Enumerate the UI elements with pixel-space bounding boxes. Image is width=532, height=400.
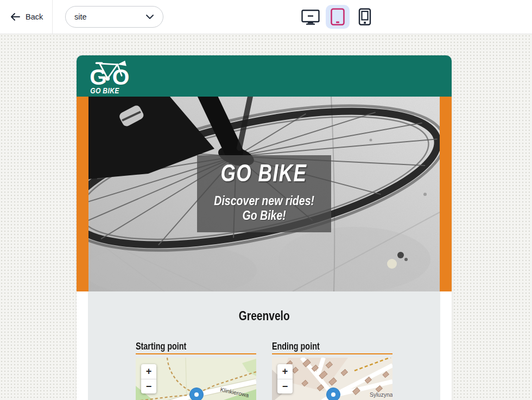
tablet-icon bbox=[331, 8, 345, 26]
hero-section: GO BIKE Discover new rides! Go Bike! bbox=[77, 97, 452, 291]
ending-point-label: Ending point bbox=[272, 341, 320, 351]
start-map-zoom-in-button[interactable]: + bbox=[141, 364, 156, 379]
starting-point-map[interactable]: Klinkierowa + − bbox=[136, 358, 256, 400]
end-map-zoom-in-button[interactable]: + bbox=[277, 364, 293, 379]
ending-point-map[interactable]: Syluzyna + − bbox=[272, 358, 392, 400]
site-header: G O GO BIKE bbox=[77, 55, 452, 97]
hero-overlay-card: GO BIKE Discover new rides! Go Bike! bbox=[197, 155, 331, 232]
hero-image-bike-wheel: GO BIKE Discover new rides! Go Bike! bbox=[88, 97, 440, 291]
start-map-zoom-control: + − bbox=[141, 364, 156, 393]
page-select-dropdown[interactable]: site bbox=[65, 6, 163, 28]
section-heading: Greenvelo bbox=[239, 308, 290, 323]
logo-crank bbox=[105, 77, 110, 81]
starting-point-label-underline: Starting point bbox=[136, 341, 256, 354]
mobile-icon bbox=[358, 8, 371, 26]
route-section: Greenvelo Starting point bbox=[88, 291, 440, 400]
ending-point-block: Ending point bbox=[272, 341, 392, 400]
hero-title: GO BIKE bbox=[221, 161, 307, 185]
end-map-place-label: Syluzyna bbox=[370, 391, 392, 398]
back-label: Back bbox=[26, 12, 43, 21]
go-bike-logo[interactable]: G O GO BIKE bbox=[88, 60, 135, 95]
chevron-down-icon bbox=[145, 14, 154, 20]
ending-point-label-underline: Ending point bbox=[272, 341, 392, 354]
logo-wordmark: GO BIKE bbox=[90, 86, 119, 95]
back-button[interactable]: Back bbox=[10, 0, 43, 34]
site-preview-frame: G O GO BIKE bbox=[77, 55, 452, 400]
device-tablet-button[interactable] bbox=[326, 5, 350, 29]
preview-canvas: G O GO BIKE bbox=[0, 34, 532, 400]
hero-tagline-line2: Go Bike! bbox=[214, 208, 314, 223]
starting-point-label: Starting point bbox=[136, 341, 186, 351]
hero-tagline-line1: Discover new rides! bbox=[214, 194, 314, 208]
device-toggle-group bbox=[300, 0, 376, 34]
device-mobile-button[interactable] bbox=[354, 5, 376, 29]
end-map-zoom-control: + − bbox=[277, 364, 293, 393]
toolbar-divider bbox=[52, 0, 53, 34]
desktop-icon bbox=[301, 9, 320, 26]
end-map-marker[interactable] bbox=[326, 388, 340, 400]
starting-point-block: Starting point bbox=[136, 341, 256, 400]
start-map-zoom-out-button[interactable]: − bbox=[141, 379, 156, 393]
end-marker-dot bbox=[331, 392, 335, 397]
end-map-zoom-out-button[interactable]: − bbox=[277, 379, 293, 393]
start-marker-dot bbox=[194, 392, 199, 397]
preview-toolbar: Back site bbox=[0, 0, 532, 34]
back-arrow-icon bbox=[10, 12, 21, 21]
start-map-marker[interactable] bbox=[189, 388, 204, 400]
route-maps-row: Starting point bbox=[136, 341, 392, 400]
hero-tagline: Discover new rides! Go Bike! bbox=[205, 194, 323, 223]
device-desktop-button[interactable] bbox=[300, 5, 321, 29]
page-select-value: site bbox=[74, 12, 87, 21]
